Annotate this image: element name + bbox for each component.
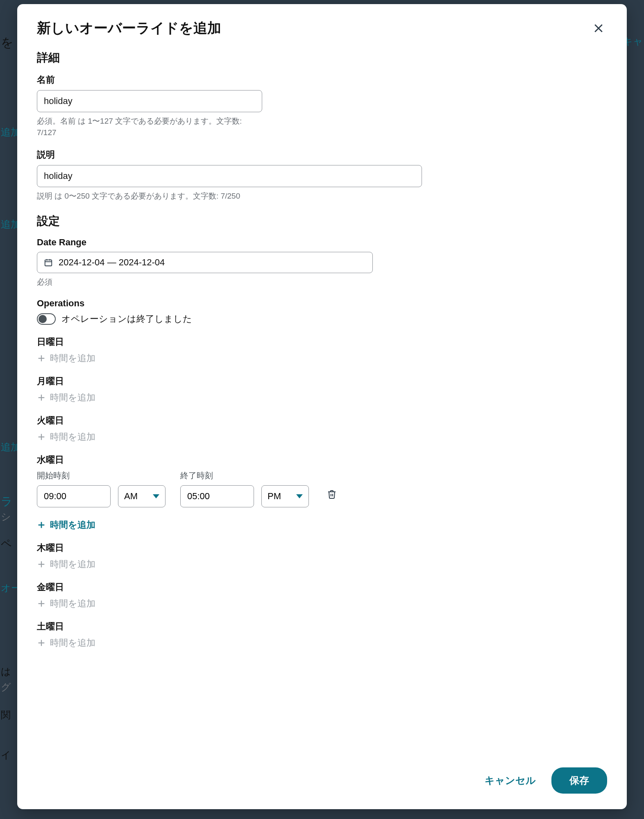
add-time-saturday[interactable]: 時間を追加 (37, 637, 607, 649)
daterange-input[interactable]: 2024-12-04 — 2024-12-04 (37, 252, 373, 273)
bg-text: 関 (1, 708, 11, 722)
close-icon (592, 22, 605, 34)
save-button[interactable]: 保存 (551, 767, 607, 794)
calendar-icon (44, 258, 53, 267)
day-title-saturday: 土曜日 (37, 620, 607, 633)
add-time-label: 時間を追加 (50, 637, 95, 649)
bg-text: シ (1, 510, 11, 523)
day-title-tuesday: 火曜日 (37, 414, 607, 427)
day-title-friday: 金曜日 (37, 581, 607, 593)
name-input[interactable] (37, 90, 262, 112)
add-time-label: 時間を追加 (50, 558, 95, 570)
plus-icon (37, 638, 46, 647)
modal-body: 詳細 名前 必須。名前 は 1〜127 文字である必要があります。文字数: 7/… (17, 43, 627, 756)
operations-label: Operations (37, 298, 607, 309)
bg-text: ラ (1, 494, 13, 509)
end-ampm-select[interactable]: PM (261, 485, 309, 507)
wednesday-time-row: 開始時刻 AM 終了時刻 PM (37, 470, 607, 507)
description-field: 説明 説明 は 0〜250 文字である必要があります。文字数: 7/250 (37, 149, 607, 202)
plus-icon (37, 354, 46, 363)
daterange-field: Date Range 2024-12-04 — 2024-12-04 必須 (37, 237, 607, 288)
name-hint: 必須。名前 は 1〜127 文字である必要があります。文字数: 7/127 (37, 115, 258, 138)
chevron-down-icon (153, 494, 159, 498)
add-time-label: 時間を追加 (50, 352, 95, 364)
description-hint: 説明 は 0〜250 文字である必要があります。文字数: 7/250 (37, 190, 332, 202)
name-field: 名前 必須。名前 は 1〜127 文字である必要があります。文字数: 7/127 (37, 74, 607, 138)
add-time-thursday[interactable]: 時間を追加 (37, 558, 607, 570)
add-time-label: 時間を追加 (50, 431, 95, 443)
chevron-down-icon (296, 494, 303, 498)
modal-footer: キャンセル 保存 (17, 756, 627, 809)
add-time-label: 時間を追加 (50, 597, 95, 610)
delete-time-button[interactable] (324, 485, 340, 505)
add-time-sunday[interactable]: 時間を追加 (37, 352, 607, 364)
start-ampm-value: AM (124, 491, 138, 502)
plus-icon (37, 432, 46, 441)
description-input[interactable] (37, 165, 422, 187)
operations-field: Operations オペレーションは終了しました (37, 298, 607, 325)
add-time-label: 時間を追加 (50, 391, 95, 404)
start-ampm-select[interactable]: AM (118, 485, 166, 507)
bg-text: を (1, 34, 14, 51)
end-time-label: 終了時刻 (180, 470, 309, 481)
name-label: 名前 (37, 74, 607, 86)
svg-rect-2 (45, 260, 52, 266)
section-settings-title: 設定 (37, 213, 607, 229)
bg-text: イ (1, 749, 11, 762)
start-time-label: 開始時刻 (37, 470, 166, 481)
add-time-label: 時間を追加 (50, 519, 95, 531)
bg-text: グ (1, 681, 11, 694)
daterange-label: Date Range (37, 237, 607, 248)
section-details-title: 詳細 (37, 50, 607, 66)
operations-toggle-row: オペレーションは終了しました (37, 313, 607, 325)
operations-toggle-label: オペレーションは終了しました (61, 313, 192, 325)
start-time-col: 開始時刻 AM (37, 470, 166, 507)
day-title-wednesday: 水曜日 (37, 454, 607, 466)
day-wednesday: 水曜日 開始時刻 AM 終了時刻 (37, 454, 607, 531)
toggle-knob (39, 315, 47, 323)
plus-icon (37, 393, 46, 402)
day-title-sunday: 日曜日 (37, 336, 607, 348)
modal-dialog: 新しいオーバーライドを追加 詳細 名前 必須。名前 は 1〜127 文字である必… (17, 4, 627, 809)
end-time-col: 終了時刻 PM (180, 470, 309, 507)
end-time-input[interactable] (180, 485, 254, 507)
day-sunday: 日曜日 時間を追加 (37, 336, 607, 364)
plus-icon (37, 520, 46, 529)
description-label: 説明 (37, 149, 607, 161)
day-friday: 金曜日 時間を追加 (37, 581, 607, 610)
modal-header: 新しいオーバーライドを追加 (17, 4, 627, 43)
day-tuesday: 火曜日 時間を追加 (37, 414, 607, 443)
end-ampm-value: PM (268, 491, 281, 502)
cancel-button[interactable]: キャンセル (485, 774, 536, 787)
trash-icon (327, 489, 337, 500)
add-time-wednesday[interactable]: 時間を追加 (37, 519, 607, 531)
add-time-tuesday[interactable]: 時間を追加 (37, 431, 607, 443)
add-time-friday[interactable]: 時間を追加 (37, 597, 607, 610)
daterange-hint: 必須 (37, 276, 258, 288)
day-title-monday: 月曜日 (37, 375, 607, 387)
daterange-value: 2024-12-04 — 2024-12-04 (59, 257, 165, 268)
plus-icon (37, 599, 46, 608)
bg-text: は (1, 665, 11, 678)
start-time-input[interactable] (37, 485, 111, 507)
day-thursday: 木曜日 時間を追加 (37, 542, 607, 570)
day-monday: 月曜日 時間を追加 (37, 375, 607, 404)
bg-text: ペ (1, 536, 12, 551)
operations-toggle[interactable] (37, 313, 56, 325)
day-saturday: 土曜日 時間を追加 (37, 620, 607, 649)
add-time-monday[interactable]: 時間を追加 (37, 391, 607, 404)
close-button[interactable] (590, 20, 607, 37)
plus-icon (37, 560, 46, 569)
day-title-thursday: 木曜日 (37, 542, 607, 554)
modal-title: 新しいオーバーライドを追加 (37, 19, 221, 38)
